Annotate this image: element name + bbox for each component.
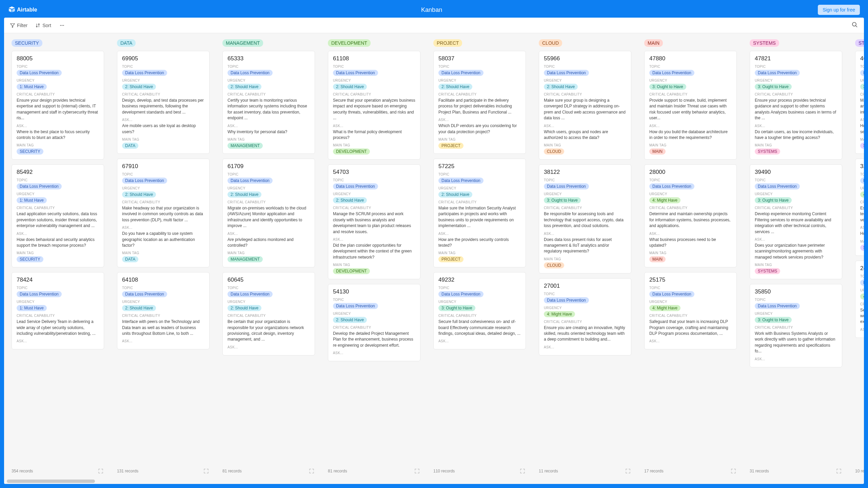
dots-icon <box>59 23 65 28</box>
kanban-card[interactable]: 28000 TOPIC Data Loss Prevention URGENCY… <box>644 164 737 267</box>
kanban-card[interactable]: 27001 TOPIC Data Loss Prevention URGENCY… <box>539 278 631 355</box>
column-footer: 110 records <box>433 466 529 476</box>
label-ask: ASK... <box>438 232 521 236</box>
column-tag[interactable]: MANAGEMENT <box>222 39 263 47</box>
label-urgency: URGENCY <box>122 300 204 304</box>
kanban-card[interactable]: 39490 TOPIC Data Loss Prevention URGENCY… <box>750 164 842 279</box>
column-tag[interactable]: SECURITY <box>12 39 42 47</box>
label-ask: ASK... <box>755 124 837 128</box>
kanban-card[interactable]: 65333 TOPIC Data Loss Prevention URGENCY… <box>222 51 315 154</box>
kanban-card[interactable]: 69905 TOPIC Data Loss Prevention URGENCY… <box>117 51 210 154</box>
label-ask: ASK... <box>860 328 864 331</box>
column-cards[interactable]: 58037 TOPIC Data Loss Prevention URGENCY… <box>433 51 529 466</box>
expand-icon[interactable] <box>414 468 420 474</box>
kanban-card[interactable]: 54130 TOPIC Data Loss Prevention URGENCY… <box>328 284 420 361</box>
kanban-card[interactable]: 61709 TOPIC Data Loss Prevention URGENCY… <box>222 159 315 267</box>
kanban-card[interactable]: 49232 TOPIC Data Loss Prevention URGENCY… <box>433 272 526 349</box>
label-maintag: MAIN TAG <box>544 143 626 147</box>
expand-icon[interactable] <box>98 468 103 474</box>
label-ask: ASK... <box>122 226 204 229</box>
column-cards[interactable]: 46951 TOPIC Data Loss Prevention URGENCY… <box>855 51 864 466</box>
column-cards[interactable]: 47821 TOPIC Data Loss Prevention URGENCY… <box>750 51 846 466</box>
column-cards[interactable]: 65333 TOPIC Data Loss Prevention URGENCY… <box>222 51 318 466</box>
column-tag[interactable]: MAIN <box>644 39 663 47</box>
label-ask: ASK... <box>544 232 626 236</box>
brand[interactable]: Airtable <box>8 6 45 14</box>
label-ask: ASK... <box>755 357 837 361</box>
label-critical-capability: CRITICAL CAPABILITY <box>544 320 626 324</box>
horizontal-scrollbar[interactable] <box>4 479 864 484</box>
kanban-card[interactable]: 88005 TOPIC Data Loss Prevention URGENCY… <box>12 51 104 160</box>
label-urgency: URGENCY <box>17 192 99 196</box>
urgency-pill: 2: Should Have <box>438 84 472 90</box>
column-tag[interactable]: CLOUD <box>539 39 562 47</box>
kanban-card[interactable]: 46951 TOPIC Data Loss Prevention URGENCY… <box>855 51 864 154</box>
expand-icon[interactable] <box>625 468 631 474</box>
kanban-card[interactable]: 32120 TOPIC Data Loss Prevention URGENCY… <box>855 159 864 256</box>
label-critical-capability: CRITICAL CAPABILITY <box>333 206 415 210</box>
kanban-card[interactable]: 85492 TOPIC Data Loss Prevention URGENCY… <box>12 164 104 267</box>
column-cards[interactable]: 47880 TOPIC Data Loss Prevention URGENCY… <box>644 51 740 466</box>
label-maintag: MAIN TAG <box>333 263 415 267</box>
label-maintag: MAIN TAG <box>860 240 864 243</box>
kanban-card[interactable]: 47880 TOPIC Data Loss Prevention URGENCY… <box>644 51 737 160</box>
column-cards[interactable]: 69905 TOPIC Data Loss Prevention URGENCY… <box>117 51 213 466</box>
sort-button[interactable]: Sort <box>36 23 51 28</box>
critical-capability-text: Certify your team is monitoring various … <box>228 98 310 121</box>
signup-button[interactable]: Sign up for free <box>818 5 860 15</box>
kanban-card[interactable]: 78424 TOPIC Data Loss Prevention URGENCY… <box>12 272 104 349</box>
expand-icon[interactable] <box>520 468 525 474</box>
label-critical-capability: CRITICAL CAPABILITY <box>755 93 837 96</box>
column-cards[interactable]: 55966 TOPIC Data Loss Prevention URGENCY… <box>539 51 635 466</box>
column-tag[interactable]: PROJECT <box>433 39 462 47</box>
kanban-column: PROJECT 58037 TOPIC Data Loss Prevention… <box>433 39 529 476</box>
topic-pill: Data Loss Prevention <box>544 297 589 303</box>
kanban-card[interactable]: 38122 TOPIC Data Loss Prevention URGENCY… <box>539 164 631 273</box>
column-tag[interactable]: DEVELOPMENT <box>328 39 371 47</box>
maintag-pill: DATA <box>122 143 138 149</box>
column-tag[interactable]: DATA <box>117 39 136 47</box>
view-title: Kanban <box>421 6 442 14</box>
kanban-card[interactable]: 47821 TOPIC Data Loss Prevention URGENCY… <box>750 51 842 160</box>
expand-icon[interactable] <box>309 468 314 474</box>
urgency-pill: 4: Might Have <box>649 305 680 311</box>
kanban-board[interactable]: SECURITY 88005 TOPIC Data Loss Preventio… <box>4 33 864 479</box>
maintag-pill: MANAGEMENT <box>228 256 263 262</box>
search-button[interactable] <box>852 22 858 29</box>
record-count: 354 records <box>12 469 33 473</box>
label-topic: TOPIC <box>438 172 521 176</box>
label-topic: TOPIC <box>755 65 837 68</box>
kanban-card[interactable]: 57225 TOPIC Data Loss Prevention URGENCY… <box>433 159 526 267</box>
ask-text: Are privileged actions monitored and con… <box>228 237 310 249</box>
column-cards[interactable]: 88005 TOPIC Data Loss Prevention URGENCY… <box>12 51 107 466</box>
label-ask: ASK... <box>228 232 310 236</box>
label-topic: TOPIC <box>649 286 732 290</box>
filter-button[interactable]: Filter <box>10 23 27 28</box>
card-id: 39490 <box>755 169 837 176</box>
expand-icon[interactable] <box>836 468 842 474</box>
expand-icon[interactable] <box>203 468 209 474</box>
kanban-card[interactable]: 55966 TOPIC Data Loss Prevention URGENCY… <box>539 51 631 160</box>
column-tag[interactable]: SYSTEMS <box>750 39 779 47</box>
kanban-card[interactable]: 64108 TOPIC Data Loss Prevention URGENCY… <box>117 272 210 349</box>
kanban-card[interactable]: 25175 TOPIC Data Loss Prevention URGENCY… <box>644 272 737 349</box>
label-maintag: MAIN TAG <box>755 143 837 147</box>
kanban-card[interactable]: 24001 TOPIC Data Loss Prevention URGENCY… <box>855 261 864 338</box>
kanban-card[interactable]: 67910 TOPIC Data Loss Prevention URGENCY… <box>117 159 210 267</box>
kanban-card[interactable]: 60645 TOPIC Data Loss Prevention URGENCY… <box>222 272 315 355</box>
topic-pill: Data Loss Prevention <box>755 303 800 309</box>
more-button[interactable] <box>59 23 65 28</box>
column-header: SECURITY <box>12 39 107 47</box>
urgency-pill: 2: Should Have <box>122 84 156 90</box>
column-cards[interactable]: 61108 TOPIC Data Loss Prevention URGENCY… <box>328 51 424 466</box>
column-header: SYSTEMS <box>750 39 846 47</box>
kanban-card[interactable]: 61108 TOPIC Data Loss Prevention URGENCY… <box>328 51 420 160</box>
urgency-pill: 2: Should Have <box>333 197 367 203</box>
kanban-card[interactable]: 54703 TOPIC Data Loss Prevention URGENCY… <box>328 164 420 279</box>
maintag-pill: MANAGEMENT <box>228 143 263 149</box>
expand-icon[interactable] <box>731 468 736 474</box>
sort-icon <box>36 23 40 28</box>
kanban-card[interactable]: 35850 TOPIC Data Loss Prevention URGENCY… <box>750 284 842 367</box>
column-tag[interactable]: STRONG <box>855 39 864 47</box>
kanban-card[interactable]: 58037 TOPIC Data Loss Prevention URGENCY… <box>433 51 526 154</box>
